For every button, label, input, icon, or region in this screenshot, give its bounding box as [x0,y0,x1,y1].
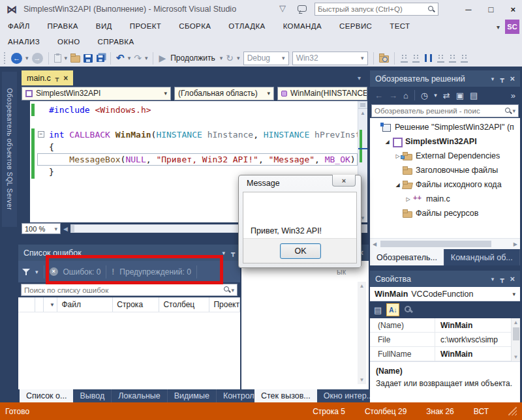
sync-with-active-document-icon[interactable]: ⇄ [443,91,450,100]
collapse-all-icon[interactable]: ▣ [456,91,464,100]
close-tab-icon[interactable]: × [63,74,68,83]
forward-icon[interactable]: → [389,91,397,100]
pin-icon[interactable]: ┳ [231,249,235,256]
quick-launch-input[interactable] [318,5,428,13]
error-column-Проект[interactable]: Проект [209,297,240,312]
titlebar[interactable]: ⋈ SimplestWin32API (Выполнение) - Micros… [0,0,522,18]
show-next-statement-icon[interactable] [401,54,408,63]
property-value[interactable]: c:\work\vsc\simp [435,335,520,344]
scrollbar-thumb[interactable] [513,327,519,340]
code-line-2[interactable] [37,116,358,128]
notifications-flag-icon[interactable]: ▽ [279,3,286,13]
open-file-icon[interactable] [70,55,80,63]
menu-item-1-7[interactable]: СЕРВИС [339,22,372,30]
menu-item-2-0[interactable]: АНАЛИЗ [8,38,40,46]
menu-item-1-3[interactable]: ПРОЕКТ [130,22,161,30]
scroll-left-icon[interactable]: ◀ [373,241,376,247]
call-stack-body[interactable]: ык ▲ ▼ [241,261,369,389]
error-column-blank-0[interactable] [18,297,35,312]
scroll-up-icon[interactable]: ▲ [512,320,520,325]
menu-item-1-8[interactable]: ТЕСТ [390,22,410,30]
member-dropdown[interactable]: WinMain(HINSTANCE hI ▾ [277,87,367,100]
redo-icon[interactable]: ↷ [134,53,142,63]
code-line-4[interactable]: { [37,141,358,153]
bottom-tab-left-1[interactable]: Вывод [73,389,112,402]
search-dropdown-icon[interactable]: ▾ [231,287,234,293]
quick-launch-box[interactable] [315,3,438,16]
menu-item-2-2[interactable]: СПРАВКА [98,38,134,46]
properties-header[interactable]: Свойства ▾ ┳ × [370,271,520,287]
close-icon[interactable]: × [510,274,515,284]
pin-icon[interactable]: ┳ [500,275,504,282]
bottom-tab-left-3[interactable]: Видимые [168,389,217,402]
solution-search-box[interactable]: ▾ [371,104,519,117]
property-row-2[interactable]: FullNameWinMain [370,347,520,361]
zoom-dropdown[interactable]: 100 % ▾ [22,223,61,234]
restart-icon[interactable]: ↻ [226,53,234,63]
bottom-tab-left-2[interactable]: Локальные [112,389,168,402]
toolbar-grip-icon[interactable] [4,52,7,64]
bottom-tab-right-0[interactable]: Стек вызов... [254,389,317,402]
close-button[interactable]: × [510,5,515,14]
tree-item-6[interactable]: Файлы ресурсов [370,206,520,220]
scroll-down-icon[interactable]: ▼ [512,354,520,360]
tree-item-0[interactable]: Решение "SimplestWin32API" (п [370,120,520,134]
categorized-view-icon[interactable]: ▤ [374,305,382,315]
paste-icon[interactable] [54,54,61,63]
configuration-combobox[interactable]: Debug ▾ [243,52,289,65]
scroll-left-icon[interactable]: ◀ [63,226,68,232]
platform-combobox[interactable]: Win32 ▾ [292,52,368,65]
tree-item-5[interactable]: ▷main.c [370,192,520,206]
properties-scrollbar[interactable]: ▲ ▼ [511,318,520,361]
continue-dropdown-icon[interactable]: ▾ [220,55,223,61]
feedback-bubble-icon[interactable] [298,5,307,12]
scroll-up-icon[interactable]: ▲ [358,110,367,116]
tree-expanded-icon[interactable]: ◢ [383,139,392,145]
menu-item-1-1[interactable]: ПРАВКА [48,22,78,30]
error-column-Столбец[interactable]: Столбец [159,297,209,312]
property-value[interactable]: WinMain [435,350,520,359]
tree-item-4[interactable]: ◢Файлы исходного кода [370,177,520,192]
close-icon[interactable]: × [510,74,515,83]
tree-item-2[interactable]: ▷External Dependencies [370,149,520,163]
property-row-1[interactable]: Filec:\work\vsc\simp [370,333,520,347]
project-dropdown[interactable]: SimplestWin32API ▾ [22,87,171,100]
error-table-body[interactable] [18,312,240,389]
properties-object-dropdown[interactable]: WinMain VCCodeFunction ▾ [370,287,520,301]
error-column-blank-1[interactable] [35,297,44,312]
bottom-tab-left-0[interactable]: Список о... [20,389,73,402]
restart-dropdown-icon[interactable]: ▾ [237,55,240,61]
fold-toggle-icon[interactable]: − [38,131,44,138]
account-badge[interactable]: SC [505,20,519,34]
window-menu-icon[interactable]: ▾ [491,76,495,82]
resize-grip-icon[interactable] [508,407,517,415]
step-extra-icon[interactable] [461,54,468,63]
step-over-icon[interactable] [437,54,444,63]
tree-collapsed-icon[interactable]: ▷ [404,196,412,202]
filter-icon[interactable] [22,268,30,276]
menu-item-1-6[interactable]: КОМАНДА [283,22,322,30]
tab-main-c[interactable]: main.c ┳ × [22,70,73,85]
code-line-1[interactable]: #include <Windows.h> [37,104,358,116]
error-column-▼[interactable]: ▼ [44,297,58,312]
message-dialog[interactable]: Message × Привет, Win32 API! OK [238,175,361,268]
toolbar-overflow-icon[interactable]: » [511,91,515,100]
solution-explorer-header[interactable]: Обозреватель решений ▾ ┳ × [370,70,520,87]
menu-item-2-1[interactable]: ОКНО [57,38,80,46]
pending-dropdown-icon[interactable]: ▾ [434,92,437,98]
pin-icon[interactable]: ┳ [55,75,59,82]
solution-search-input[interactable] [375,107,505,115]
code-line-5[interactable]: MessageBox(NULL, "Привет, Win32 API!", "… [37,153,358,166]
property-value[interactable]: WinMain [435,321,520,330]
sql-server-object-explorer-tab[interactable]: Обозреватель объектов SQL Server [2,72,17,227]
break-all-icon[interactable] [425,54,432,62]
ok-button[interactable]: OK [280,243,321,259]
scrollbar-thumb[interactable] [380,241,491,247]
alphabetical-sort-icon[interactable]: A↓ [386,303,399,316]
tablist-dropdown-icon[interactable]: ▾ [358,74,361,82]
minimize-button[interactable]: ─ [465,5,471,14]
undo-icon[interactable]: ↶ [116,52,125,64]
continue-button[interactable]: Продолжить [170,53,215,63]
search-dropdown-icon[interactable]: ▾ [512,108,515,114]
tree-item-1[interactable]: ◢SimplestWin32API [370,134,520,149]
